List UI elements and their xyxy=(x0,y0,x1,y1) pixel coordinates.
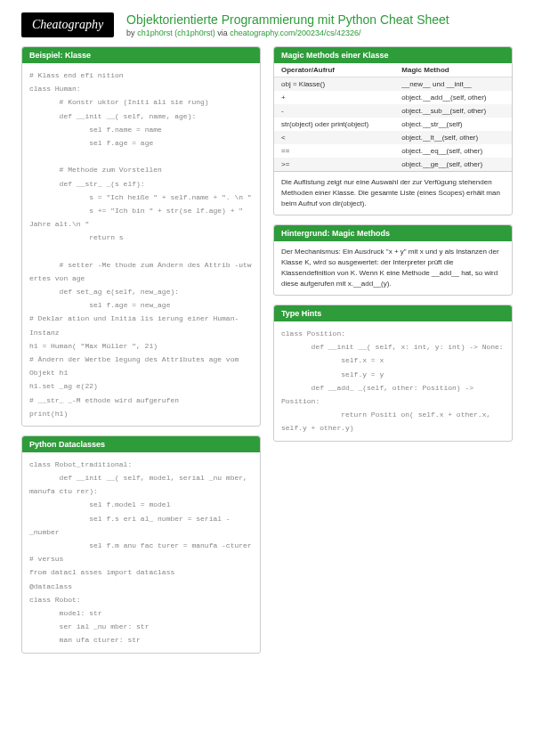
block-header: Beispiel: Klasse xyxy=(22,47,260,63)
block-header: Python Dataclasses xyxy=(22,436,260,452)
block-hintergrund: Hintergrund: Magic Methods Der Mechanism… xyxy=(273,224,513,296)
site-logo: Cheatography xyxy=(21,12,114,37)
table-row: obj = Klasse()__new__ und __init__ xyxy=(274,77,512,92)
page-header: Cheatography Objektorientierte Programmi… xyxy=(0,0,534,46)
author-link[interactable]: ch1ph0rst (ch1ph0rst) xyxy=(137,28,215,37)
prose-text: Der Mechanismus: Ein Ausdruck "x + y" mi… xyxy=(274,241,512,295)
table-row: +object.__add__(self, other) xyxy=(274,91,512,104)
table-header-row: Operator/Aufruf Magic Method xyxy=(274,63,512,77)
table-header: Operator/Aufruf xyxy=(274,63,394,77)
block-dataclasses: Python Dataclasses class Robot_tradition… xyxy=(21,435,261,654)
content-columns: Beispiel: Klasse # Klass end efi nition … xyxy=(0,46,534,680)
block-beispiel-klasse: Beispiel: Klasse # Klass end efi nition … xyxy=(21,46,261,427)
column-right: Magic Methods einer Klasse Operator/Aufr… xyxy=(273,46,513,663)
block-header: Type Hints xyxy=(274,305,512,321)
byline: by ch1ph0rst (ch1ph0rst) via cheatograph… xyxy=(126,28,449,37)
page-title: Objektorientierte Programmierung mit Pyt… xyxy=(126,12,449,27)
block-header: Hintergrund: Magic Methods xyxy=(274,225,512,241)
table-row: <object.__lt__(self, other) xyxy=(274,131,512,144)
code-block: class Position: def __init __( self, x: … xyxy=(274,321,512,441)
table-row: ==object.__eq__(self, other) xyxy=(274,144,512,158)
block-header: Magic Methods einer Klasse xyxy=(274,47,512,63)
block-note: Die Auflistung zeigt nur eine Auswahl de… xyxy=(274,171,512,215)
block-typehints: Type Hints class Position: def __init __… xyxy=(273,305,513,442)
code-block: # Klass end efi nition class Human: # Ko… xyxy=(22,63,260,426)
header-text: Objektorientierte Programmierung mit Pyt… xyxy=(126,12,449,37)
table-row: >=object.__ge__(self, other) xyxy=(274,158,512,171)
table-header: Magic Method xyxy=(394,63,512,77)
source-link[interactable]: cheatography.com/200234/cs/42326/ xyxy=(230,28,360,37)
table-row: str(object) oder print(object)object.__s… xyxy=(274,118,512,131)
magic-methods-table: Operator/Aufruf Magic Method obj = Klass… xyxy=(274,63,512,171)
block-magic-methods: Magic Methods einer Klasse Operator/Aufr… xyxy=(273,46,513,215)
table-row: -object.__sub__(self, other) xyxy=(274,104,512,118)
code-block: class Robot_traditional: def __init __( … xyxy=(22,452,260,653)
column-left: Beispiel: Klasse # Klass end efi nition … xyxy=(21,46,261,663)
